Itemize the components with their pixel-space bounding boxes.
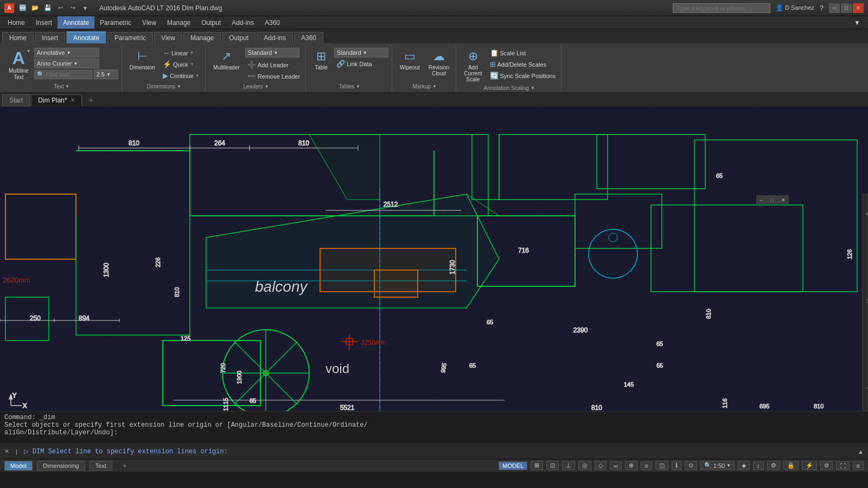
- tab-view[interactable]: View: [154, 32, 182, 43]
- add-leader-button[interactable]: ➕ Add Leader: [245, 60, 302, 70]
- tab-start[interactable]: Start: [2, 94, 30, 106]
- ortho-btn[interactable]: ⊥: [562, 461, 575, 470]
- command-input-field[interactable]: [230, 448, 853, 455]
- object-snap-tracking-btn[interactable]: ∞: [610, 461, 622, 470]
- add-delete-scales-button[interactable]: ⊞ Add/Delete Scales: [488, 59, 558, 69]
- menu-output[interactable]: Output: [196, 16, 226, 29]
- lock-btn[interactable]: 🔒: [783, 461, 799, 470]
- lineweight-btn[interactable]: ≡: [641, 461, 652, 470]
- revision-cloud-button[interactable]: ☁ RevisionCloud: [425, 48, 452, 78]
- multiline-text-button[interactable]: A MultilineText ▼: [5, 48, 32, 82]
- selection-cycling-btn[interactable]: ⊙: [685, 461, 697, 470]
- quick-props-btn[interactable]: ℹ: [672, 461, 681, 470]
- leaders-group-label[interactable]: Leaders ▼: [243, 84, 269, 91]
- linear-button[interactable]: ↔ Linear ▼: [161, 48, 202, 58]
- snap-btn[interactable]: ⊡: [546, 461, 559, 470]
- command-line-2: aliGn/Distribute/Layer/Undo]:: [4, 429, 864, 436]
- tab-insert[interactable]: Insert: [35, 32, 65, 43]
- tab-close-button[interactable]: ✕: [71, 97, 75, 103]
- menu-parametric[interactable]: Parametric: [94, 16, 137, 29]
- sync-scale-positions-button[interactable]: 🔄 Sync Scale Positions: [488, 70, 558, 81]
- text-style-dropdown[interactable]: Annotative ▼: [34, 48, 99, 57]
- dimension-button[interactable]: ⊢ Dimension: [126, 48, 158, 72]
- open-button[interactable]: 📂: [30, 3, 41, 13]
- link-data-button[interactable]: 🔗 Link Data: [334, 59, 388, 69]
- svg-text:─: ─: [759, 197, 763, 203]
- undo-button[interactable]: ↩: [55, 3, 66, 13]
- customize-btn[interactable]: ≡: [853, 461, 864, 470]
- tab-addins[interactable]: Add-ins: [257, 32, 293, 43]
- statusbar: Model Dimensioning Text ＋ MODEL ⊞ ⊡ ⊥ ◎ …: [0, 459, 868, 472]
- table-button[interactable]: ⊞ Table: [310, 48, 332, 72]
- search-input[interactable]: [673, 3, 770, 13]
- annotation-visibility-btn[interactable]: ◈: [738, 461, 750, 470]
- add-current-scale-button[interactable]: ⊕ AddCurrentScale: [461, 48, 485, 84]
- menu-insert[interactable]: Insert: [30, 16, 58, 29]
- tab-a360[interactable]: A360: [294, 32, 323, 43]
- menu-a360[interactable]: A360: [259, 16, 285, 29]
- menu-options[interactable]: ▼: [848, 16, 866, 29]
- font-dropdown[interactable]: Anno Courier ▼: [34, 59, 99, 68]
- tab-manage[interactable]: Manage: [183, 32, 221, 43]
- tab-home[interactable]: Home: [2, 32, 34, 43]
- cmd-arrow-btn[interactable]: ▲: [856, 448, 866, 455]
- new-tab-button[interactable]: ＋: [83, 94, 99, 107]
- tables-group: ⊞ Table Standard ▼ 🔗 Link Data Tables ▼: [307, 46, 392, 92]
- find-text-input[interactable]: [46, 71, 90, 78]
- wipeout-button[interactable]: ▭ Wipeout: [397, 48, 423, 72]
- model-tab-dimensioning[interactable]: Dimensioning: [37, 461, 85, 471]
- multileader-button[interactable]: ↗ Multileader: [210, 48, 243, 72]
- annotation-scale[interactable]: 🔍 1:50 ▼: [700, 461, 735, 470]
- menu-manage[interactable]: Manage: [162, 16, 196, 29]
- maximize-button[interactable]: □: [841, 3, 852, 13]
- tab-annotate[interactable]: Annotate: [66, 31, 106, 43]
- menu-home[interactable]: Home: [2, 16, 30, 29]
- tab-parametric[interactable]: Parametric: [107, 32, 153, 43]
- scale-list-button[interactable]: 📋 Scale List: [488, 48, 558, 58]
- help-icon[interactable]: ?: [820, 4, 824, 12]
- grid-btn[interactable]: ⊞: [531, 461, 543, 470]
- qat-customize[interactable]: ▼: [80, 3, 91, 13]
- hardware-accel-btn[interactable]: ⚡: [802, 461, 817, 470]
- tab-dim-plan[interactable]: Dim Plan* ✕: [31, 94, 81, 106]
- tables-group-content: ⊞ Table Standard ▼ 🔗 Link Data: [310, 47, 388, 84]
- drawing-area[interactable]: 810 264 810 2512 716 1730 2390 1300 250 …: [0, 107, 868, 411]
- model-tab-model[interactable]: Model: [4, 461, 33, 471]
- leaders-group: ↗ Multileader Standard ▼ ➕ Add Leader ➖ …: [207, 46, 306, 92]
- workspace-btn[interactable]: ⚙: [767, 461, 780, 470]
- close-button[interactable]: ✕: [853, 3, 864, 13]
- polar-btn[interactable]: ◎: [578, 461, 591, 470]
- osnap-btn[interactable]: ◇: [595, 461, 607, 470]
- tables-group-label[interactable]: Tables ▼: [339, 84, 360, 91]
- text-size-dropdown[interactable]: 2.5 ▼: [94, 69, 118, 79]
- markup-group-label[interactable]: Markup ▼: [412, 84, 436, 91]
- remove-leader-button[interactable]: ➖ Remove Leader: [245, 71, 302, 81]
- transparency-btn[interactable]: ◫: [655, 461, 668, 470]
- quick-button[interactable]: ⚡ Quick ▼: [161, 59, 202, 69]
- save-button[interactable]: 💾: [42, 3, 53, 13]
- isolate-objects-btn[interactable]: ⊘: [820, 461, 833, 470]
- text-group-label[interactable]: Text ▼: [54, 84, 69, 91]
- ribbon-content: A MultilineText ▼ Annotative ▼ Anno Cou: [0, 43, 868, 92]
- minimize-button[interactable]: ─: [829, 3, 840, 13]
- annotation-scaling-group-label[interactable]: Annotation Scaling ▼: [484, 85, 535, 93]
- menu-addins[interactable]: Add-ins: [226, 16, 259, 29]
- model-space-btn[interactable]: MODEL: [499, 461, 527, 470]
- dynamic-input-btn[interactable]: ⊕: [625, 461, 637, 470]
- continue-button[interactable]: ▶ Continue ▼: [161, 70, 202, 81]
- add-layout-btn[interactable]: ＋: [117, 459, 133, 472]
- tab-output[interactable]: Output: [222, 32, 256, 43]
- titlebar-left: A 🆕 📂 💾 ↩ ↪ ▼ Autodesk AutoCAD LT 2016 D…: [4, 3, 222, 13]
- redo-button[interactable]: ↪: [67, 3, 78, 13]
- menu-annotate[interactable]: Annotate: [58, 16, 94, 29]
- table-standard-dropdown[interactable]: Standard ▼: [334, 48, 388, 57]
- auto-scale-btn[interactable]: ↕: [753, 461, 764, 470]
- leader-standard-dropdown[interactable]: Standard ▼: [245, 48, 299, 57]
- fullscreen-btn[interactable]: ⛶: [836, 461, 850, 470]
- svg-text:1730: 1730: [449, 260, 456, 274]
- cmd-close-btn[interactable]: ✕: [2, 448, 11, 455]
- model-tab-text[interactable]: Text: [90, 461, 112, 471]
- new-button[interactable]: 🆕: [17, 3, 28, 13]
- menu-view[interactable]: View: [137, 16, 162, 29]
- dimensions-group-label[interactable]: Dimensions ▼: [147, 84, 181, 91]
